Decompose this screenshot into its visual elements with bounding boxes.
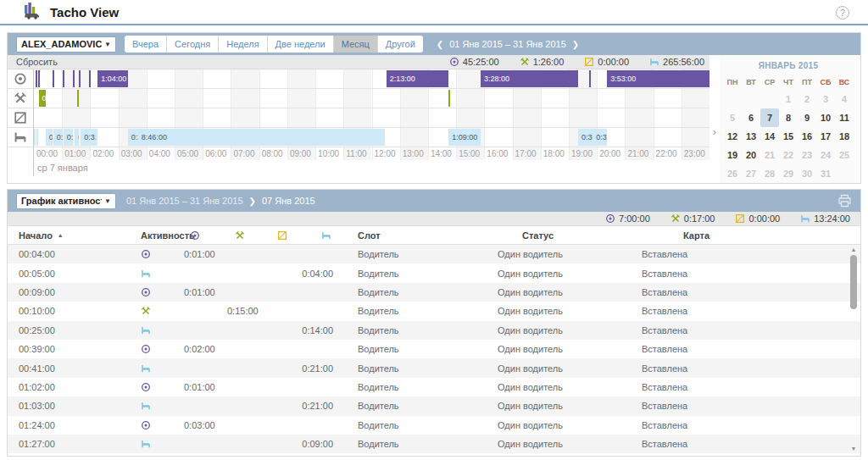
drive-segment[interactable] — [53, 70, 54, 87]
table-row[interactable]: 01:27:000:09:00ВодительОдин водительВста… — [8, 435, 860, 453]
drive-segment[interactable]: 1:04:00 — [97, 70, 127, 87]
drive-segment[interactable] — [89, 70, 91, 87]
range-button-две-недели[interactable]: Две недели — [268, 36, 334, 53]
timeline-row-work: 0:15:00 — [34, 89, 709, 108]
print-button[interactable] — [837, 194, 852, 208]
rest-segment[interactable]: 1:09:00 — [448, 129, 481, 146]
breadcrumb-parent-link[interactable]: 01 Янв 2015 – 31 Янв 2015 — [126, 196, 243, 206]
drive-segment[interactable]: 2:13:00 — [387, 70, 449, 87]
drive-segment[interactable] — [73, 70, 75, 87]
rest-segment[interactable]: 8:46:00 — [138, 129, 385, 146]
rest-segment[interactable]: 0:31:00 — [81, 129, 95, 146]
month-calendar: ЯНВАРЬ 2015 ПНВТСРЧТПТСБВС12345678910111… — [720, 55, 860, 183]
drive-segment[interactable] — [36, 70, 37, 87]
column-header-start[interactable]: Начало▲ — [16, 230, 139, 241]
drive-segment[interactable] — [79, 70, 81, 87]
activity-type-icon — [139, 306, 181, 316]
table-row[interactable]: 00:09:000:01:00ВодительОдин водительВста… — [8, 283, 860, 302]
rest-segment[interactable]: 0:14:00 — [46, 129, 53, 146]
calendar-day-8[interactable]: 8 — [779, 108, 798, 127]
column-header-availability-icon[interactable] — [270, 230, 299, 241]
drive-segment[interactable] — [589, 70, 591, 87]
calendar-day-26: 26 — [723, 164, 742, 183]
column-header-card[interactable]: Карта — [635, 230, 852, 241]
cell-status: Один водитель — [495, 325, 635, 335]
table-rows: 00:04:000:01:00ВодительОдин водительВста… — [8, 245, 860, 453]
app-logo-icon — [22, 2, 42, 23]
range-button-вчера[interactable]: Вчера — [125, 36, 167, 53]
rest-segment[interactable]: 0:21:00 — [64, 129, 74, 146]
calendar-day-17[interactable]: 17 — [816, 127, 835, 146]
calendar-day-15[interactable]: 15 — [779, 127, 798, 146]
table-row[interactable]: 00:25:000:14:00ВодительОдин водительВста… — [8, 321, 860, 340]
work-segment[interactable]: 0:15:00 — [39, 90, 46, 107]
activity-type-icon — [139, 344, 181, 354]
driver-select[interactable]: ALEX_ADAMOVICH ▼ — [16, 36, 116, 53]
table-row[interactable]: 00:04:000:01:00ВодительОдин водительВста… — [8, 245, 860, 263]
drive-segment[interactable]: 3:28:00 — [481, 70, 578, 87]
drive-segment[interactable] — [38, 70, 40, 87]
calendar-day-6[interactable]: 6 — [742, 108, 760, 127]
row-rest-icon — [8, 128, 33, 147]
calendar-day-13[interactable]: 13 — [742, 127, 760, 146]
calendar-day-9[interactable]: 9 — [798, 108, 816, 127]
axis-tick-label: 19:00 — [571, 148, 593, 160]
rest-segment[interactable]: 0:30:00 — [578, 129, 593, 146]
rest-segment[interactable] — [34, 129, 36, 146]
range-button-неделя[interactable]: Неделя — [219, 36, 267, 53]
drive-segment[interactable]: 3:53:00 — [607, 70, 709, 87]
column-header-drive-icon[interactable] — [181, 230, 226, 241]
next-day-chevron[interactable]: › — [709, 55, 720, 183]
rest-segment[interactable]: 0:36:00 — [593, 129, 607, 146]
range-button-другой[interactable]: Другой — [378, 36, 423, 53]
table-row[interactable]: 00:10:000:15:00ВодительОдин водительВста… — [8, 302, 860, 320]
calendar-day-10[interactable]: 10 — [816, 108, 835, 127]
table-scrollbar[interactable]: ▲ ▼ — [849, 247, 858, 452]
column-header-rest-icon[interactable] — [299, 230, 355, 241]
timeline-plot[interactable]: 00:0001:0002:0003:0004:0005:0006:0007:00… — [33, 69, 709, 160]
rest-segment[interactable]: 0:04:00 — [36, 129, 38, 146]
rest-segment[interactable]: 0:09:00 — [75, 129, 79, 146]
tacho-view-app: Tacho View ? ALEX_ADAMOVICH ▼ ВчераСегод… — [0, 0, 868, 460]
calendar-day-7[interactable]: 7 — [760, 108, 779, 127]
calendar-day-20[interactable]: 20 — [742, 146, 760, 164]
prev-range-icon[interactable]: ❮ — [437, 40, 443, 49]
table-row[interactable]: 01:02:000:01:00ВодительОдин водительВста… — [8, 378, 860, 396]
range-button-месяц[interactable]: Месяц — [334, 36, 378, 53]
calendar-day-19[interactable]: 19 — [723, 146, 742, 164]
table-row[interactable]: 01:24:000:03:00ВодительОдин водительВста… — [8, 416, 860, 435]
calendar-day-16[interactable]: 16 — [798, 127, 816, 146]
cell-slot: Водитель — [355, 306, 495, 316]
help-button[interactable]: ? — [836, 6, 849, 19]
rest-segment[interactable]: 0:21:00 — [53, 129, 64, 146]
calendar-day-14[interactable]: 14 — [760, 127, 779, 146]
drive-segment[interactable] — [63, 70, 64, 87]
table-row[interactable]: 01:03:000:21:00ВодительОдин водительВста… — [8, 396, 860, 415]
work-segment[interactable] — [448, 90, 450, 107]
calendar-day-18[interactable]: 18 — [835, 127, 854, 146]
table-row[interactable]: 00:39:000:02:00ВодительОдин водительВста… — [8, 340, 860, 358]
column-header-activity[interactable]: Активность — [139, 230, 181, 241]
cell-drive-duration: 0:01:00 — [181, 249, 226, 259]
day-stats-bar: 7:00:000:17:000:00:0013:24:00 — [8, 212, 860, 226]
calendar-day-11[interactable]: 11 — [835, 108, 854, 127]
timeline-row-availability — [34, 108, 709, 128]
segment-duration-label: 0:30:00 — [578, 133, 593, 141]
column-header-work-icon[interactable] — [226, 230, 270, 241]
rest-segment[interactable]: 0:22:00 — [128, 129, 138, 146]
scrollbar-thumb[interactable] — [850, 255, 857, 309]
column-header-slot[interactable]: Слот — [355, 230, 495, 241]
table-row[interactable]: 00:05:000:04:00ВодительОдин водительВста… — [8, 263, 860, 282]
view-select[interactable]: График активности ▼ — [16, 193, 116, 209]
work-segment[interactable] — [77, 90, 79, 107]
calendar-day-12[interactable]: 12 — [723, 127, 742, 146]
scroll-down-icon[interactable]: ▼ — [849, 446, 858, 452]
scroll-up-icon[interactable]: ▲ — [849, 247, 858, 253]
range-button-сегодня[interactable]: Сегодня — [167, 36, 219, 53]
column-header-status[interactable]: Статус — [495, 230, 635, 241]
reset-button[interactable]: Сбросить — [16, 57, 58, 67]
rest-segment[interactable] — [96, 129, 98, 146]
table-row[interactable]: 00:41:000:21:00ВодительОдин водительВста… — [8, 358, 860, 377]
segment-duration-label: 0:22:00 — [128, 133, 138, 141]
next-range-icon[interactable]: ❯ — [572, 40, 579, 49]
